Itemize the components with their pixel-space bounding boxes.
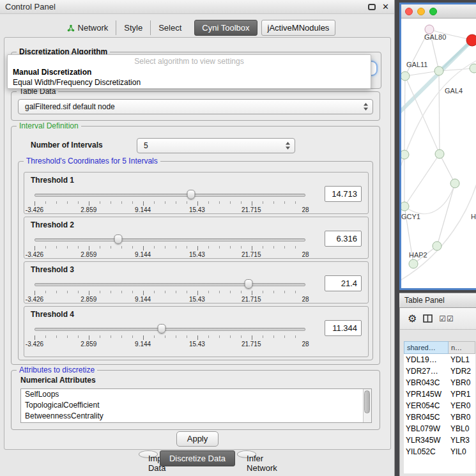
select-columns-icon[interactable]: ☑☑	[439, 314, 454, 323]
numerical-attributes-list[interactable]: SelfLoopsTopologicalCoefficientBetweenne…	[20, 388, 372, 423]
list-item-attribute[interactable]: SelfLoops	[21, 389, 371, 400]
threshold-1-slider[interactable]	[35, 190, 305, 199]
table-panel-toolbar: ⚙ ☑☑	[400, 308, 476, 330]
threshold-2-slider[interactable]	[35, 234, 305, 244]
network-edge[interactable]	[437, 183, 455, 246]
slider-track[interactable]	[35, 194, 305, 197]
tick-label: 2.859	[81, 341, 96, 348]
list-item-attribute[interactable]: TopologicalCoefficient	[21, 400, 371, 411]
tab-select[interactable]: Select	[151, 20, 189, 35]
slider-thumb[interactable]	[244, 279, 252, 289]
threshold-1-value-field[interactable]	[325, 186, 362, 202]
number-of-intervals-label: Number of Intervals	[31, 141, 103, 150]
traffic-light-minimize-icon[interactable]	[417, 8, 425, 15]
threshold-4-value-field[interactable]	[325, 320, 362, 336]
table-row[interactable]: YBL079WYBL0	[404, 423, 475, 434]
attributes-group: Attributes to discretize Numerical Attri…	[11, 370, 380, 430]
network-window-titlebar	[401, 4, 476, 19]
gear-icon[interactable]: ⚙	[408, 314, 417, 324]
threshold-4-slider[interactable]	[35, 324, 305, 334]
threshold-3-value-field[interactable]	[325, 275, 362, 291]
network-node-label: HAP2	[409, 251, 427, 259]
tick-label: 2.859	[81, 206, 96, 213]
close-icon[interactable]: ✕	[382, 3, 389, 11]
number-of-intervals-combo[interactable]: 5	[137, 138, 295, 153]
scrollbar-thumb[interactable]	[364, 390, 370, 413]
columns-icon[interactable]	[423, 314, 433, 323]
table-row[interactable]: YPR145WYPR1	[404, 388, 475, 400]
slider-track[interactable]	[35, 283, 305, 286]
tick-label: 2.859	[81, 296, 96, 303]
network-node[interactable]	[434, 66, 443, 75]
network-node[interactable]	[435, 150, 444, 158]
tick-label: -3.426	[26, 251, 43, 258]
tick-label: 15.43	[189, 341, 205, 348]
table-row[interactable]: YDR27…YDR2	[404, 365, 475, 377]
traffic-light-close-icon[interactable]	[405, 8, 413, 15]
dropdown-option-equal-width-frequency[interactable]: Equal Width/Frequency Discretization	[8, 77, 371, 88]
tick-label: -3.426	[26, 341, 43, 348]
table-row[interactable]: YLR345WYLR3	[404, 434, 475, 446]
tab-network[interactable]: Network	[59, 20, 117, 35]
slider-ticks-major	[35, 291, 306, 295]
network-edge[interactable]	[439, 71, 440, 154]
cyni-toolbox-content: Discretization Algorithm Select algorith…	[4, 37, 391, 450]
window-title: Control Panel	[5, 2, 56, 12]
network-node[interactable]	[409, 259, 418, 268]
network-node[interactable]	[401, 72, 410, 81]
scrollbar[interactable]	[363, 389, 371, 422]
network-node-label: GAL4	[445, 87, 463, 95]
slider-thumb[interactable]	[158, 324, 166, 334]
float-window-icon[interactable]	[368, 4, 376, 10]
network-edge[interactable]	[404, 154, 440, 206]
threshold-3-slider[interactable]	[35, 279, 305, 289]
tab-cyni-toolbox[interactable]: Cyni Toolbox	[194, 20, 257, 36]
tab-impute-data[interactable]: Impute Data	[139, 450, 158, 458]
table-row[interactable]: YIL052CYIL0	[404, 446, 475, 457]
network-node[interactable]	[401, 202, 409, 211]
table-data-combo[interactable]: galFiltered.sif default node	[18, 99, 373, 114]
tab-jactivemnodules[interactable]: jActiveMNodules	[261, 20, 336, 36]
table-panel: ⚙ ☑☑ shared… n… YDL19…YDL1YDR27…YDR2YBR0…	[399, 308, 476, 476]
threshold-label: Threshold 2	[31, 220, 74, 229]
column-header-name[interactable]: n…	[449, 341, 475, 354]
network-edge[interactable]	[404, 76, 405, 155]
cell-name: YER0	[449, 401, 475, 410]
network-edge[interactable]	[440, 154, 455, 183]
column-header-shared-name[interactable]: shared…	[404, 341, 449, 354]
apply-button[interactable]: Apply	[176, 431, 219, 447]
tick-label: 21.715	[242, 251, 261, 258]
table-row[interactable]: YBR045CYBR0	[404, 411, 475, 423]
tick-label: 28	[302, 251, 309, 258]
bottom-tab-bar: Impute Data Discretize Data Infer Networ…	[0, 450, 395, 466]
network-edge[interactable]	[405, 71, 439, 76]
tab-infer-network[interactable]: Infer Network	[237, 450, 256, 458]
slider-tick-labels: -3.4262.8599.14415.4321.71528	[35, 206, 305, 213]
dropdown-option-manual-discretization[interactable]: Manual Discretization	[8, 67, 371, 77]
selected-node[interactable]	[466, 35, 476, 46]
table-row[interactable]: YER054CYER0	[404, 400, 475, 411]
table-row[interactable]: YBR043CYBR0	[404, 377, 475, 388]
network-node[interactable]	[425, 25, 434, 34]
traffic-light-zoom-icon[interactable]	[429, 8, 437, 15]
network-node[interactable]	[401, 150, 409, 159]
list-item-attribute[interactable]: BetweennessCentrality	[21, 411, 371, 422]
network-node[interactable]	[470, 64, 476, 73]
slider-track[interactable]	[35, 238, 305, 242]
network-node[interactable]	[433, 242, 441, 250]
slider-track[interactable]	[35, 328, 305, 331]
tick-label: 21.715	[242, 296, 261, 303]
tick-label: 9.144	[135, 341, 151, 348]
network-node[interactable]	[450, 179, 459, 188]
table-row[interactable]: YDL19…YDL1	[404, 354, 475, 365]
tab-style[interactable]: Style	[116, 20, 151, 35]
tab-discretize-data[interactable]: Discretize Data	[160, 450, 235, 466]
tick-label: 15.43	[189, 296, 205, 303]
cell-shared-name: YDL19…	[404, 355, 449, 364]
network-canvas[interactable]: GAL80GAL11GAL4GCY1HHAP2	[401, 19, 476, 288]
slider-thumb[interactable]	[187, 190, 195, 199]
threshold-2-value-field[interactable]	[325, 231, 362, 247]
control-panel-titlebar: Control Panel ✕	[0, 0, 394, 14]
cell-shared-name: YDR27…	[404, 367, 449, 376]
slider-thumb[interactable]	[114, 234, 123, 244]
